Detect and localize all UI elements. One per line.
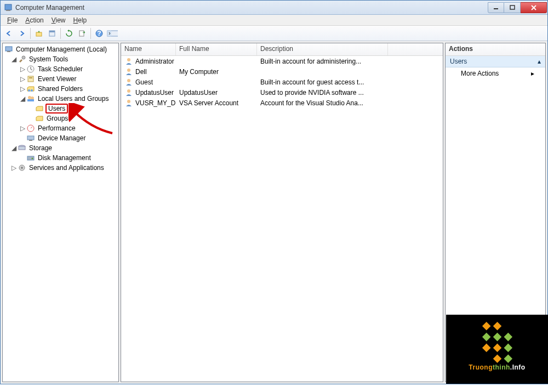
svg-rect-0 (5, 4, 12, 10)
toolbar-separator (90, 28, 91, 39)
tree-groups[interactable]: Groups (3, 113, 118, 123)
export-button[interactable] (76, 27, 88, 39)
svg-point-35 (127, 89, 130, 93)
services-icon (18, 163, 26, 172)
folder-icon (35, 114, 44, 123)
svg-point-33 (127, 69, 130, 72)
svg-rect-1 (6, 10, 10, 11)
list-body[interactable]: AdministratorBuilt-in account for admini… (121, 56, 443, 382)
titlebar[interactable]: Computer Management (1, 1, 547, 15)
menu-help[interactable]: Help (70, 16, 91, 25)
svg-point-18 (28, 89, 30, 92)
tree-local-users-groups[interactable]: ◢ Local Users and Groups (3, 94, 118, 104)
user-row[interactable]: VUSR_MY_D...VSA Server AccountAccount fo… (121, 98, 443, 108)
svg-rect-3 (510, 5, 515, 9)
user-row[interactable]: DellMy Computer (121, 66, 443, 77)
svg-rect-25 (29, 140, 32, 141)
actions-more[interactable]: More Actions ▸ (446, 67, 545, 79)
svg-rect-22 (27, 99, 34, 101)
col-fullname[interactable]: Full Name (176, 43, 257, 55)
svg-rect-27 (19, 146, 25, 150)
forward-button[interactable] (16, 27, 28, 39)
list-panel: Name Full Name Description Administrator… (121, 43, 443, 382)
svg-rect-7 (79, 31, 84, 36)
chevron-up-icon: ▴ (538, 58, 541, 65)
svg-rect-12 (5, 47, 12, 51)
collapse-icon[interactable]: ◢ (19, 95, 26, 102)
tree-task-scheduler[interactable]: ▷ Task Scheduler (3, 64, 118, 74)
user-icon (124, 57, 133, 66)
menu-action[interactable]: Action (21, 16, 47, 25)
tree-storage[interactable]: ◢ Storage (3, 143, 118, 153)
watermark-text: Truongthinh.Info (469, 363, 525, 371)
minimize-button[interactable] (488, 2, 504, 13)
properties-button[interactable] (46, 27, 58, 39)
actions-context[interactable]: Users ▴ (446, 56, 545, 67)
toolbar-separator (30, 28, 31, 39)
user-icon (124, 78, 133, 87)
tree-system-tools[interactable]: ◢ System Tools (3, 54, 118, 64)
event-icon (26, 75, 35, 83)
toolbar-separator (60, 28, 61, 39)
folder-icon (35, 104, 44, 113)
svg-point-14 (22, 56, 25, 59)
tree-panel: Computer Management (Local) ◢ System Too… (2, 43, 119, 382)
tree-performance[interactable]: ▷ Performance (3, 123, 118, 133)
svg-text:?: ? (97, 30, 101, 37)
user-row[interactable]: GuestBuilt-in account for guest access t… (121, 77, 443, 87)
expand-icon[interactable]: ▷ (19, 66, 26, 72)
shared-folder-icon (26, 84, 35, 93)
col-name[interactable]: Name (121, 43, 176, 55)
storage-icon (18, 144, 26, 152)
list-header: Name Full Name Description (121, 43, 443, 56)
tree-device-manager[interactable]: Device Manager (3, 133, 118, 143)
svg-point-20 (28, 96, 31, 99)
expand-icon[interactable]: ▷ (19, 86, 26, 92)
menu-file[interactable]: File (3, 16, 21, 25)
svg-rect-17 (29, 77, 32, 78)
svg-rect-13 (7, 51, 10, 52)
svg-rect-24 (27, 136, 34, 140)
col-description[interactable]: Description (257, 43, 388, 55)
expand-icon[interactable]: ▷ (19, 125, 26, 132)
back-button[interactable] (3, 27, 15, 39)
svg-point-31 (21, 167, 23, 169)
svg-point-34 (127, 79, 130, 82)
svg-point-32 (127, 58, 130, 61)
tree-event-viewer[interactable]: ▷ Event Viewer (3, 74, 118, 84)
window-controls (488, 2, 547, 13)
maximize-button[interactable] (504, 2, 521, 13)
expand-icon[interactable]: ▷ (19, 76, 26, 82)
watermark: Truongthinh.Info (446, 315, 548, 384)
user-icon (124, 88, 133, 97)
expand-icon[interactable]: ▷ (10, 164, 17, 171)
collapse-icon[interactable]: ◢ (10, 56, 17, 63)
svg-point-36 (127, 100, 130, 103)
user-icon (124, 99, 133, 107)
col-spacer[interactable] (388, 43, 443, 55)
show-hide-button[interactable] (106, 27, 118, 39)
help-button[interactable]: ? (93, 27, 105, 39)
menubar: File Action View Help (1, 15, 547, 26)
refresh-button[interactable] (63, 27, 75, 39)
tree-shared-folders[interactable]: ▷ Shared Folders (3, 84, 118, 94)
tree-users[interactable]: Users (3, 104, 118, 113)
user-row[interactable]: UpdatusUserUpdatusUserUsed to provide NV… (121, 87, 443, 98)
user-row[interactable]: AdministratorBuilt-in account for admini… (121, 56, 443, 66)
tree-disk-management[interactable]: Disk Management (3, 153, 118, 163)
tree-services-apps[interactable]: ▷ Services and Applications (3, 163, 118, 173)
svg-rect-11 (107, 31, 111, 36)
tools-icon (18, 55, 26, 64)
tree-root[interactable]: Computer Management (Local) (3, 44, 118, 54)
users-label-highlighted: Users (45, 104, 68, 113)
window-title: Computer Management (15, 4, 488, 12)
svg-point-19 (31, 89, 33, 92)
menu-view[interactable]: View (48, 16, 70, 25)
app-icon (4, 3, 13, 12)
navigation-tree[interactable]: Computer Management (Local) ◢ System Too… (3, 43, 118, 174)
collapse-icon[interactable]: ◢ (10, 145, 17, 151)
close-button[interactable] (521, 2, 547, 13)
users-groups-icon (26, 94, 35, 103)
up-button[interactable] (33, 27, 45, 39)
svg-rect-16 (28, 76, 33, 82)
